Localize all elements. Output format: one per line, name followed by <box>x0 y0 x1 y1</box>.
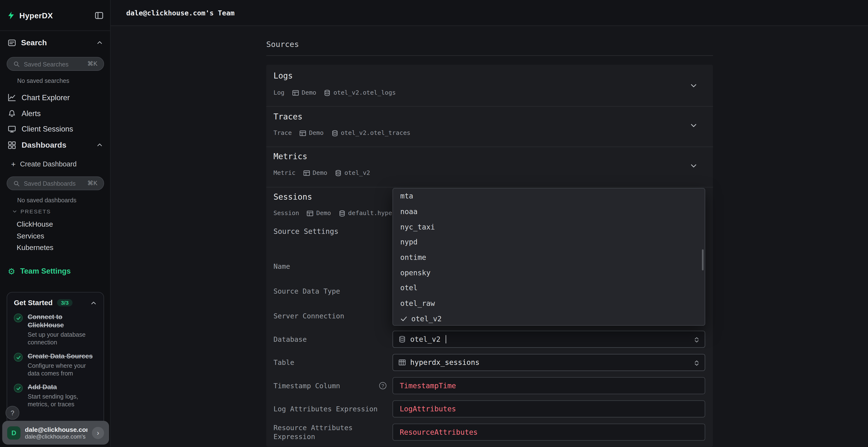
divider <box>266 106 713 107</box>
help-circle-icon[interactable]: ? <box>379 382 386 389</box>
dropdown-option-selected[interactable]: otel_v2 <box>393 311 705 325</box>
field-label: Database <box>273 331 387 348</box>
preset-item-kubernetes[interactable]: Kubernetes <box>0 242 111 253</box>
source-meta-sessions: Session Demo default.hyperdx_s <box>273 209 410 217</box>
dropdown-option[interactable]: noaa <box>393 204 705 219</box>
log-attributes-input[interactable]: LogAttributes <box>393 400 705 417</box>
search-icon <box>13 61 20 67</box>
gear-icon: ⚙ <box>8 267 15 275</box>
user-org: dale@clickhouse.com's <box>25 433 87 440</box>
get-started-item-title: Create Data Sources <box>28 352 97 360</box>
search-icon <box>13 180 20 187</box>
chevron-down-icon[interactable] <box>690 162 698 170</box>
get-started-item[interactable]: Add Data Start sending logs, metrics, or… <box>14 383 97 408</box>
resource-attributes-value: ResourceAttributes <box>400 428 478 436</box>
source-title-traces: Traces <box>273 112 302 121</box>
dropdown-option[interactable]: ontime <box>393 250 705 265</box>
get-started-item-title: Connect to ClickHouse <box>28 313 97 330</box>
source-connection: Demo <box>302 89 316 96</box>
timestamp-column-value: TimestampTime <box>400 381 456 390</box>
team-settings-button[interactable]: ⚙ Team Settings <box>0 263 111 279</box>
saved-searches-input[interactable]: Saved Searches ⌘K <box>7 57 104 71</box>
sidebar-divider <box>0 30 111 31</box>
resource-attributes-input[interactable]: ResourceAttributes <box>393 424 705 441</box>
create-dashboard-button[interactable]: + Create Dashboard <box>0 157 111 171</box>
source-meta-traces: Trace Demo otel_v2.otel_traces <box>273 129 410 137</box>
field-label: Source Data Type <box>273 282 387 300</box>
sidebar-item-label: Client Sessions <box>22 125 103 133</box>
source-connection: Demo <box>313 169 328 176</box>
saved-dashboards-placeholder: Saved Dashboards <box>24 180 84 187</box>
source-type: Metric <box>273 169 296 176</box>
check-icon <box>400 315 407 322</box>
avatar: D <box>7 426 21 439</box>
sidebar-section-search[interactable]: Search <box>0 35 111 50</box>
dropdown-scrollbar-thumb[interactable] <box>702 249 704 270</box>
preset-item-clickhouse[interactable]: ClickHouse <box>0 218 111 230</box>
saved-dashboards-input[interactable]: Saved Dashboards ⌘K <box>7 176 104 190</box>
presets-toggle[interactable]: PRESETS <box>12 209 51 215</box>
preset-label: ClickHouse <box>17 220 53 228</box>
log-attributes-value: LogAttributes <box>400 405 456 413</box>
dropdown-option[interactable]: otel <box>393 280 705 296</box>
database-value: otel_v2 <box>410 335 440 343</box>
table-icon <box>307 210 314 216</box>
question-mark-icon: ? <box>10 409 14 417</box>
table-value: hyperdx_sessions <box>410 358 479 367</box>
sidebar-item-dashboards[interactable]: Dashboards <box>0 137 111 152</box>
get-started-item[interactable]: Create Data Sources Configure where your… <box>14 352 97 377</box>
chevron-down-icon <box>12 209 18 214</box>
check-circle-icon <box>14 353 23 362</box>
no-saved-dashboards-note: No saved dashboards <box>17 197 76 204</box>
field-label: Timestamp Column <box>273 377 387 394</box>
top-bar: dale@clickhouse.com's Team <box>111 0 868 26</box>
user-menu[interactable]: D dale@clickhouse.com dale@clickhouse.co… <box>2 421 109 445</box>
field-label: Table <box>273 354 387 371</box>
select-spinner-icon <box>693 336 700 343</box>
help-button[interactable]: ? <box>5 406 19 419</box>
text-caret <box>445 335 446 343</box>
get-started-item-desc: Set up your database connection <box>28 331 97 346</box>
search-section-label: Search <box>21 38 91 47</box>
sidebar-item-client-sessions[interactable]: Client Sessions <box>0 121 111 137</box>
field-label: Name <box>273 258 387 275</box>
database-icon <box>339 210 345 216</box>
table-select[interactable]: hyperdx_sessions <box>393 354 705 371</box>
dropdown-option[interactable]: mta <box>393 188 705 204</box>
get-started-item-desc: Start sending logs, metrics, or traces <box>28 392 97 408</box>
source-meta-logs: Log Demo otel_v2.otel_logs <box>273 89 396 96</box>
chevron-up-icon <box>90 299 97 306</box>
source-title-metrics: Metrics <box>273 152 307 161</box>
database-icon <box>331 130 338 136</box>
team-settings-label: Team Settings <box>20 267 71 275</box>
database-icon <box>399 336 406 343</box>
app-title: HyperDX <box>19 11 53 20</box>
field-label: Server Connection <box>273 308 387 325</box>
sidebar-item-alerts[interactable]: Alerts <box>0 106 111 121</box>
user-name: dale@clickhouse.com <box>25 426 87 433</box>
source-table: otel_v2 <box>345 169 370 176</box>
chevron-down-icon[interactable] <box>690 82 698 90</box>
source-meta-metrics: Metric Demo otel_v2 <box>273 169 370 176</box>
timestamp-column-input[interactable]: TimestampTime <box>393 377 705 394</box>
dropdown-option[interactable]: otel_raw <box>393 296 705 311</box>
source-settings-title: Source Settings <box>273 227 339 236</box>
sidebar-item-chart-explorer[interactable]: Chart Explorer <box>0 90 111 105</box>
saved-searches-placeholder: Saved Searches <box>24 61 84 67</box>
dropdown-option[interactable]: opensky <box>393 265 705 280</box>
dashboards-grid-icon <box>8 141 16 149</box>
dropdown-option[interactable]: nypd <box>393 234 705 249</box>
get-started-header[interactable]: Get Started 3/3 <box>14 299 97 307</box>
preset-item-services[interactable]: Services <box>0 230 111 242</box>
check-circle-icon <box>14 384 23 392</box>
monitor-icon <box>8 125 16 133</box>
table-icon <box>303 170 310 176</box>
dropdown-option[interactable]: nyc_taxi <box>393 219 705 234</box>
collapse-sidebar-icon[interactable] <box>95 11 104 20</box>
select-spinner-icon <box>693 359 700 367</box>
get-started-item[interactable]: Connect to ClickHouse Set up your databa… <box>14 313 97 346</box>
form-row-table: Table hyperdx_sessions <box>273 354 705 371</box>
database-select[interactable]: otel_v2 <box>393 331 705 348</box>
chevron-down-icon[interactable] <box>690 122 698 129</box>
check-circle-icon <box>14 314 23 322</box>
